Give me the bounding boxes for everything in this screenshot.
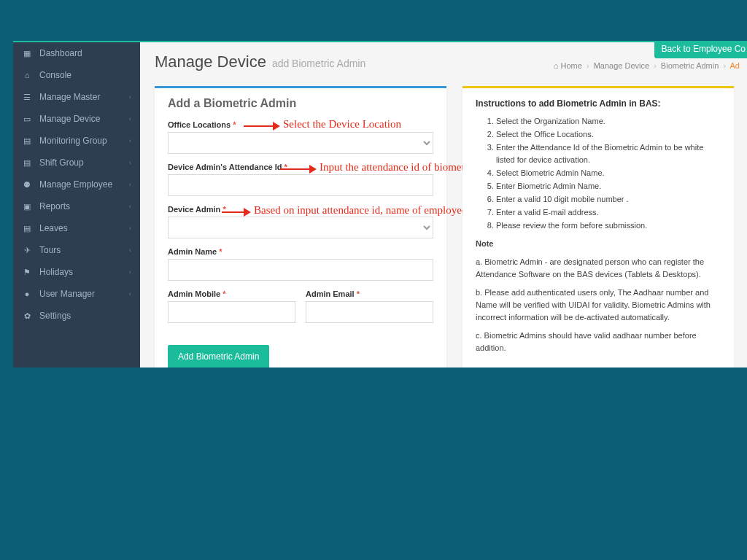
sidebar-item-settings[interactable]: ✿ Settings: [13, 305, 140, 327]
flag-icon: ⚑: [22, 268, 32, 277]
sidebar-item-label: Manage Employee: [39, 179, 112, 190]
sidebar-item-label: Settings: [39, 311, 71, 321]
briefcase-icon: ▣: [22, 202, 32, 211]
admin-email-label: Admin Email *: [306, 289, 433, 298]
breadcrumb-item[interactable]: Biometric Admin: [661, 61, 719, 70]
chevron-left-icon: ‹: [129, 246, 131, 254]
instruction-note: a. Biometric Admin - are designated pers…: [476, 256, 721, 281]
chevron-left-icon: ‹: [129, 290, 131, 298]
sidebar-item-dashboard[interactable]: ▦ Dashboard: [13, 42, 140, 64]
chevron-left-icon: ‹: [129, 137, 131, 144]
sidebar-item-label: Reports: [39, 201, 70, 211]
sidebar-item-manage-device[interactable]: ▭ Manage Device ‹: [13, 108, 140, 130]
plane-icon: ✈: [22, 246, 32, 255]
sidebar-item-label: Dashboard: [39, 48, 82, 58]
breadcrumb: ⌂ Home › Manage Device › Biometric Admin…: [554, 61, 740, 70]
add-biometric-admin-button[interactable]: Add Biometric Admin: [168, 345, 269, 368]
chevron-left-icon: ‹: [129, 268, 131, 276]
admin-mobile-input[interactable]: [168, 301, 295, 323]
instructions-title: Instructions to add Biometric Admin in B…: [476, 97, 721, 111]
instruction-note: c. Biometric Admins should have valid aa…: [476, 330, 721, 354]
instruction-item: Please review the form before submission…: [496, 219, 721, 232]
sidebar-item-monitoring-group[interactable]: ▤ Monitoring Group ‹: [13, 130, 140, 152]
gear-icon: ✿: [22, 311, 32, 321]
chevron-left-icon: ‹: [129, 93, 131, 101]
sidebar-item-manage-employee[interactable]: ⚉ Manage Employee ‹: [13, 174, 140, 195]
calendar-icon: ▤: [22, 136, 32, 146]
chevron-left-icon: ‹: [129, 203, 131, 210]
breadcrumb-item[interactable]: Home: [560, 61, 581, 70]
instruction-item: Enter Biometric Admin Name.: [496, 180, 721, 192]
dashboard-icon: ▦: [22, 49, 32, 58]
page-subtitle: add Biometric Admin: [272, 58, 365, 69]
calendar-icon: ▤: [22, 224, 32, 233]
sidebar-item-label: Leaves: [39, 223, 68, 233]
attendance-id-label: Device Admin's Attendance Id *: [168, 163, 433, 171]
device-admin-select[interactable]: [168, 217, 433, 238]
chevron-left-icon: ‹: [129, 181, 131, 188]
instruction-item: Select the Office Locations.: [496, 128, 721, 141]
admin-name-input[interactable]: [168, 259, 433, 281]
sidebar-item-label: Monitoring Group: [39, 136, 107, 146]
add-biometric-admin-panel: Add a Biometric Admin Office Locations *…: [155, 86, 446, 368]
sidebar-item-label: User Manager: [39, 289, 95, 299]
panel-title: Add a Biometric Admin: [168, 97, 433, 110]
instruction-item: Select Biometric Admin Name.: [496, 167, 721, 179]
instruction-item: Enter a valid E-mail address.: [496, 206, 721, 219]
attendance-id-input[interactable]: [168, 174, 433, 196]
admin-email-input[interactable]: [306, 301, 433, 323]
page-title: Manage Device: [155, 52, 266, 71]
instruction-item: Enter the Attendance Id of the Biometric…: [496, 141, 721, 166]
office-locations-label: Office Locations *: [168, 120, 433, 129]
chevron-left-icon: ‹: [129, 159, 131, 166]
sidebar-item-leaves[interactable]: ▤ Leaves ‹: [13, 217, 140, 239]
admin-mobile-label: Admin Mobile *: [168, 289, 295, 298]
sidebar-item-label: Console: [39, 70, 71, 80]
calendar-icon: ▤: [22, 158, 32, 168]
chevron-left-icon: ‹: [129, 225, 131, 232]
user-icon: ●: [22, 289, 32, 298]
sidebar-item-user-manager[interactable]: ● User Manager ‹: [13, 283, 140, 305]
sidebar-item-manage-master[interactable]: ☰ Manage Master ‹: [13, 86, 140, 108]
breadcrumb-item-current: Ad: [730, 61, 740, 70]
note-label: Note: [476, 239, 493, 248]
sidebar-item-label: Holidays: [39, 267, 73, 277]
chevron-left-icon: ‹: [129, 115, 131, 122]
instruction-item: Select the Organization Name.: [496, 115, 721, 128]
sidebar: ▦ Dashboard ⌂ Console ☰ Manage Master ‹ …: [13, 42, 140, 368]
office-locations-select[interactable]: [168, 132, 433, 154]
breadcrumb-item[interactable]: Manage Device: [594, 61, 649, 70]
sidebar-item-label: Shift Group: [39, 158, 84, 168]
sidebar-item-label: Manage Device: [39, 114, 100, 124]
instruction-item: Enter a valid 10 digit mobile number .: [496, 193, 721, 206]
device-admin-label: Device Admin *: [168, 205, 433, 214]
sidebar-item-tours[interactable]: ✈ Tours ‹: [13, 239, 140, 261]
sidebar-item-reports[interactable]: ▣ Reports ‹: [13, 195, 140, 217]
home-icon: ⌂: [22, 71, 32, 79]
users-icon: ⚉: [22, 180, 32, 190]
sidebar-item-label: Manage Master: [39, 92, 100, 102]
sidebar-item-holidays[interactable]: ⚑ Holidays ‹: [13, 261, 140, 283]
admin-name-label: Admin Name *: [168, 247, 433, 256]
sidebar-item-label: Tours: [39, 245, 61, 255]
home-icon: ⌂: [554, 61, 559, 70]
instructions-panel: Instructions to add Biometric Admin in B…: [462, 86, 734, 368]
instruction-note: b. Please add authenticated users only, …: [476, 287, 721, 324]
back-to-employee-button[interactable]: Back to Employee Co: [654, 41, 747, 58]
sidebar-item-shift-group[interactable]: ▤ Shift Group ‹: [13, 152, 140, 174]
sliders-icon: ☰: [22, 93, 32, 102]
laptop-icon: ▭: [22, 114, 32, 124]
sidebar-item-console[interactable]: ⌂ Console: [13, 64, 140, 86]
